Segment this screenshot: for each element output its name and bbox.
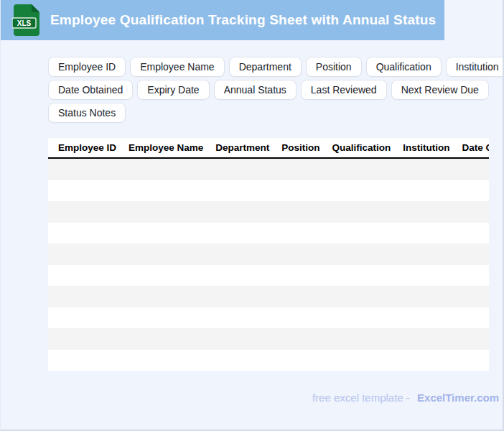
chip-department[interactable]: Department (229, 57, 302, 77)
table-row (48, 159, 489, 180)
chip-date-obtained[interactable]: Date Obtained (48, 80, 133, 100)
table-row (48, 350, 489, 371)
qualification-table: Employee ID Employee Name Department Pos… (48, 138, 489, 371)
field-chips-area: Employee ID Employee Name Department Pos… (48, 57, 502, 123)
footer-text: free excel template - (312, 391, 410, 404)
chip-last-reviewed[interactable]: Last Reviewed (301, 80, 387, 100)
column-header-date-obtained: Date Obtained (462, 142, 489, 153)
chip-employee-name[interactable]: Employee Name (130, 57, 225, 77)
chip-row-1: Employee ID Employee Name Department Pos… (48, 57, 502, 77)
table-header-row: Employee ID Employee Name Department Pos… (48, 138, 489, 159)
xls-file-icon: XLS (12, 4, 39, 36)
column-header-department: Department (215, 142, 269, 153)
table-row (48, 307, 489, 329)
chip-institution[interactable]: Institution (446, 57, 504, 77)
chip-expiry-date[interactable]: Expiry Date (137, 80, 209, 100)
header-bar: XLS Employee Qualification Tracking Shee… (1, 0, 444, 40)
table-row (48, 223, 489, 244)
table-row (48, 180, 489, 202)
table-row (48, 265, 489, 287)
column-header-position: Position (281, 142, 319, 153)
table-row (48, 201, 489, 223)
column-header-institution: Institution (403, 142, 449, 153)
footer: free excel template - ExcelTimer.com (1, 391, 499, 404)
chip-row-2: Date Obtained Expiry Date Annual Status … (48, 80, 502, 100)
column-header-employee-name: Employee Name (129, 142, 203, 153)
table-row (48, 286, 489, 307)
table-row (48, 244, 489, 265)
chip-position[interactable]: Position (306, 57, 362, 77)
chip-next-review-due[interactable]: Next Review Due (391, 80, 489, 100)
chip-row-3: Status Notes (48, 103, 502, 123)
chip-employee-id[interactable]: Employee ID (48, 57, 126, 77)
chip-annual-status[interactable]: Annual Status (214, 80, 297, 100)
table-row (48, 328, 489, 350)
chip-status-notes[interactable]: Status Notes (48, 103, 126, 123)
chip-qualification[interactable]: Qualification (366, 57, 442, 77)
column-header-qualification: Qualification (332, 142, 391, 153)
xls-icon-label: XLS (17, 19, 32, 27)
column-header-employee-id: Employee ID (58, 142, 116, 153)
page-title: Employee Qualification Tracking Sheet wi… (50, 12, 436, 28)
footer-brand-link[interactable]: ExcelTimer.com (417, 391, 499, 404)
